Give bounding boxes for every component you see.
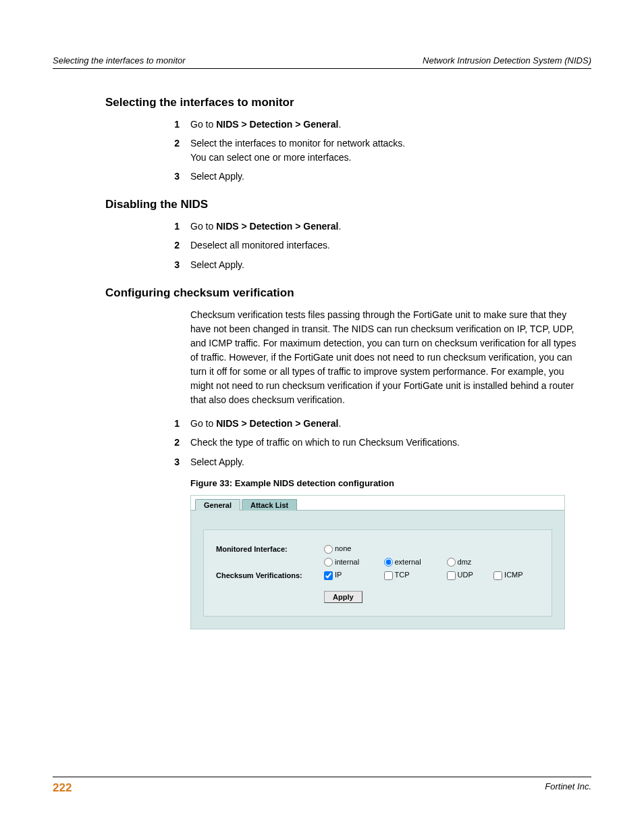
step-body: Check the type of traffic on which to ru… bbox=[190, 436, 591, 449]
step-body: Go to NIDS > Detection > General. bbox=[190, 417, 591, 430]
step-body: Select Apply. bbox=[190, 455, 591, 469]
step-number: 2 bbox=[167, 238, 190, 252]
step-number: 3 bbox=[167, 258, 190, 271]
radio-internal[interactable] bbox=[324, 558, 333, 567]
step-number: 2 bbox=[167, 136, 190, 150]
figure-caption: Figure 33: Example NIDS detection config… bbox=[53, 478, 591, 488]
step-number: 3 bbox=[167, 455, 190, 469]
step-number: 1 bbox=[167, 118, 190, 131]
step-body: Select Apply. bbox=[190, 258, 591, 271]
footer-company: Fortinet Inc. bbox=[545, 781, 591, 795]
nids-config-figure: General Attack List Monitored Interface:… bbox=[190, 495, 565, 629]
panel: Monitored Interface: none internal exter… bbox=[191, 511, 564, 629]
radio-external-label: external bbox=[395, 558, 421, 566]
checkbox-udp[interactable] bbox=[447, 571, 456, 580]
step-number: 2 bbox=[167, 436, 190, 449]
step-number: 3 bbox=[167, 170, 190, 183]
checkbox-ip[interactable] bbox=[324, 571, 333, 580]
checkbox-icmp-label: ICMP bbox=[504, 571, 523, 579]
checksum-verifications-label: Checksum Verifications: bbox=[213, 569, 321, 582]
checkbox-tcp-label: TCP bbox=[395, 571, 410, 579]
step-number: 1 bbox=[167, 219, 190, 233]
monitored-interface-label: Monitored Interface: bbox=[213, 542, 321, 556]
radio-internal-label: internal bbox=[335, 558, 359, 566]
tab-attack-list[interactable]: Attack List bbox=[242, 499, 297, 511]
page-header: Selecting the interfaces to monitor Netw… bbox=[53, 55, 591, 69]
radio-none[interactable] bbox=[324, 545, 333, 554]
radio-external[interactable] bbox=[384, 558, 393, 567]
step-body: Select the interfaces to monitor for net… bbox=[190, 136, 591, 164]
radio-dmz[interactable] bbox=[447, 558, 456, 567]
tab-bar: General Attack List bbox=[191, 496, 564, 511]
section-title-selecting: Selecting the interfaces to monitor bbox=[53, 96, 591, 109]
checkbox-icmp[interactable] bbox=[493, 571, 502, 580]
header-right: Network Intrusion Detection System (NIDS… bbox=[423, 55, 591, 66]
section-title-checksum: Configuring checksum verification bbox=[53, 286, 591, 300]
page-footer: 222 Fortinet Inc. bbox=[53, 777, 591, 795]
radio-none-label: none bbox=[335, 544, 351, 552]
page-number: 222 bbox=[53, 781, 72, 795]
step-body: Select Apply. bbox=[190, 170, 591, 183]
steps-selecting: 1 Go to NIDS > Detection > General. 2 Se… bbox=[53, 118, 591, 183]
steps-checksum: 1 Go to NIDS > Detection > General. 2 Ch… bbox=[53, 417, 591, 469]
step-body: Go to NIDS > Detection > General. bbox=[190, 118, 591, 131]
step-body: Go to NIDS > Detection > General. bbox=[190, 219, 591, 233]
config-form: Monitored Interface: none internal exter… bbox=[203, 529, 552, 617]
checkbox-ip-label: IP bbox=[335, 571, 342, 579]
checkbox-udp-label: UDP bbox=[458, 571, 473, 579]
apply-button[interactable]: Apply bbox=[324, 591, 363, 603]
tab-general[interactable]: General bbox=[195, 499, 240, 511]
header-left: Selecting the interfaces to monitor bbox=[53, 55, 186, 66]
radio-dmz-label: dmz bbox=[458, 558, 472, 566]
step-number: 1 bbox=[167, 417, 190, 430]
section-title-disabling: Disabling the NIDS bbox=[53, 198, 591, 211]
checksum-paragraph: Checksum verification tests files passin… bbox=[53, 308, 591, 407]
step-body: Deselect all monitored interfaces. bbox=[190, 238, 591, 252]
checkbox-tcp[interactable] bbox=[384, 571, 393, 580]
steps-disabling: 1 Go to NIDS > Detection > General. 2 De… bbox=[53, 219, 591, 271]
